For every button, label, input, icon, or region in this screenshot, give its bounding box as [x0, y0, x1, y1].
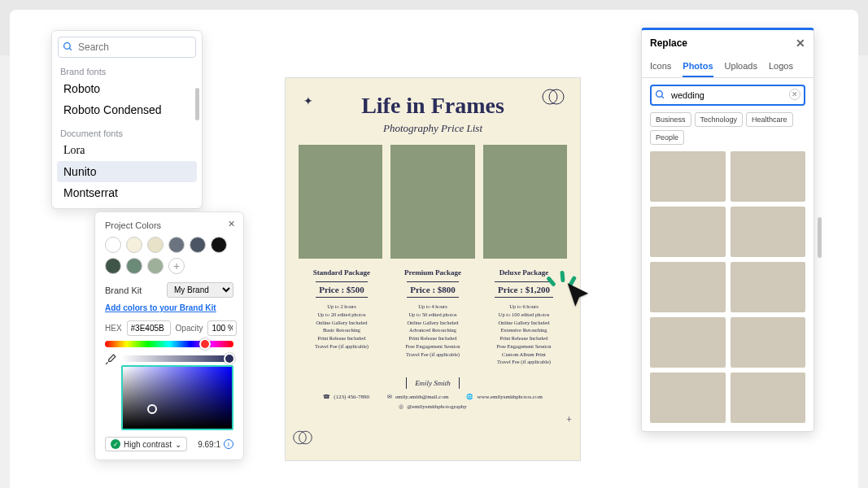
- instagram-icon: ◎: [399, 403, 403, 410]
- clear-icon[interactable]: ✕: [789, 89, 800, 100]
- font-item[interactable]: Lora: [57, 140, 197, 161]
- brand-kit-select[interactable]: My Brand: [167, 282, 233, 298]
- replace-title: Replace: [650, 37, 687, 49]
- package-price: Price : $500: [316, 281, 368, 298]
- tab-photos[interactable]: Photos: [683, 56, 713, 77]
- font-picker-panel: Brand fonts Roboto Roboto Condensed Docu…: [51, 30, 203, 209]
- tab-uploads[interactable]: Uploads: [725, 56, 757, 77]
- doc-title: Life in Frames: [299, 93, 567, 119]
- add-brand-colors-link[interactable]: Add colors to your Brand Kit: [105, 303, 216, 312]
- tab-icons[interactable]: Icons: [650, 56, 671, 77]
- color-swatch[interactable]: [168, 237, 185, 253]
- swatch-row: +: [105, 258, 233, 274]
- svg-point-3: [549, 89, 564, 104]
- hex-input[interactable]: [127, 320, 171, 336]
- color-swatch[interactable]: [190, 237, 206, 253]
- package-features: Up to 6 hours Up to 100 edited photos On…: [481, 303, 567, 366]
- doc-photo[interactable]: [390, 145, 474, 259]
- package-name: Standard Package: [299, 268, 385, 277]
- svg-line-1: [69, 48, 72, 50]
- filter-chip[interactable]: People: [650, 130, 684, 145]
- photo-thumbnail[interactable]: [731, 262, 806, 312]
- tab-logos[interactable]: Logos: [769, 56, 793, 77]
- filter-chip[interactable]: Healthcare: [746, 112, 793, 127]
- contrast-label: High contrast: [124, 440, 172, 449]
- email-icon: ✉: [387, 394, 392, 400]
- color-swatch[interactable]: [147, 237, 164, 253]
- package-name: Deluxe Package: [481, 268, 567, 277]
- color-swatch[interactable]: [126, 237, 142, 253]
- photo-thumbnail[interactable]: [731, 151, 806, 202]
- color-swatch[interactable]: [126, 258, 142, 274]
- doc-contacts: ☎(123) 456-7890 ✉emily.smith@mail.com 🌐w…: [299, 394, 567, 410]
- check-icon: ✓: [111, 439, 120, 449]
- filter-chip[interactable]: Business: [650, 112, 691, 127]
- contrast-ratio: 9.69:1: [198, 440, 220, 449]
- search-icon: [655, 89, 665, 103]
- circles-deco-icon: [292, 429, 313, 449]
- phone-icon: ☎: [323, 394, 330, 400]
- package-price: Price : $800: [407, 281, 459, 298]
- color-field[interactable]: [121, 365, 233, 430]
- color-swatch[interactable]: [105, 258, 121, 274]
- svg-point-2: [543, 89, 557, 104]
- photo-thumbnail[interactable]: [650, 207, 726, 257]
- photo-thumbnail[interactable]: [731, 207, 806, 257]
- package-column: Premium Package Price : $800 Up to 4 hou…: [390, 268, 476, 366]
- color-swatch[interactable]: [211, 237, 227, 253]
- photo-thumbnail[interactable]: [650, 373, 726, 423]
- font-item[interactable]: Roboto: [57, 78, 197, 99]
- info-icon[interactable]: i: [224, 439, 233, 449]
- plus-deco-icon: +: [566, 414, 572, 426]
- hue-slider[interactable]: [105, 341, 233, 347]
- eyedropper-icon[interactable]: [105, 352, 116, 367]
- hex-label: HEX: [105, 324, 122, 333]
- doc-photo[interactable]: [483, 145, 567, 259]
- contrast-chip[interactable]: ✓ High contrast ⌄: [105, 437, 187, 451]
- opacity-input[interactable]: [207, 320, 237, 336]
- svg-point-0: [64, 43, 71, 50]
- package-features: Up to 2 hours Up to 20 edited photos Onl…: [299, 303, 385, 351]
- font-item[interactable]: Montserrat: [57, 182, 197, 203]
- swatch-row: [105, 237, 233, 253]
- replace-search-input[interactable]: [650, 85, 805, 106]
- cursor-annotation: [564, 281, 595, 315]
- search-icon: [63, 41, 73, 55]
- photo-thumbnail[interactable]: [650, 262, 726, 312]
- color-swatch[interactable]: [105, 237, 121, 253]
- project-colors-title: Project Colors: [105, 220, 233, 230]
- photo-thumbnail[interactable]: [650, 317, 726, 368]
- replace-panel: Replace ✕ Icons Photos Uploads Logos ✕ B…: [641, 28, 814, 432]
- color-panel: ✕ Project Colors + Brand Kit My Brand Ad…: [94, 211, 244, 460]
- package-price: Price : $1,200: [495, 281, 553, 298]
- photo-thumbnail[interactable]: [650, 151, 726, 202]
- svg-point-6: [656, 91, 663, 98]
- package-name: Premium Package: [390, 268, 476, 277]
- font-search-input[interactable]: [58, 37, 196, 58]
- alpha-slider[interactable]: [121, 355, 233, 362]
- opacity-label: Opacity: [176, 324, 203, 333]
- doc-fonts-label: Document fonts: [52, 125, 202, 140]
- photo-thumbnail[interactable]: [731, 317, 806, 368]
- filter-chip[interactable]: Technology: [695, 112, 744, 127]
- scrollbar[interactable]: [195, 88, 199, 120]
- package-column: Standard Package Price : $500 Up to 2 ho…: [299, 268, 385, 366]
- brand-fonts-label: Brand fonts: [52, 63, 202, 78]
- svg-point-4: [294, 431, 307, 444]
- photo-thumbnail[interactable]: [731, 373, 806, 423]
- package-features: Up to 4 hours Up to 50 edited photos Onl…: [390, 303, 476, 358]
- globe-icon: 🌐: [466, 394, 473, 400]
- sparkle-icon: ✦: [303, 94, 313, 108]
- svg-point-5: [299, 431, 312, 444]
- close-icon[interactable]: ✕: [796, 37, 805, 50]
- close-icon[interactable]: ✕: [228, 219, 235, 229]
- color-swatch[interactable]: [147, 258, 164, 274]
- doc-photo[interactable]: [299, 145, 382, 259]
- document-canvas[interactable]: ✦ + Life in Frames Photography Price Lis…: [285, 77, 581, 461]
- doc-author: Emily Smith: [406, 377, 460, 389]
- font-item[interactable]: Roboto Condensed: [57, 99, 197, 120]
- add-color-button[interactable]: +: [168, 258, 185, 274]
- svg-line-7: [661, 96, 664, 98]
- scrollbar[interactable]: [818, 217, 822, 258]
- font-item[interactable]: Nunito: [57, 161, 197, 182]
